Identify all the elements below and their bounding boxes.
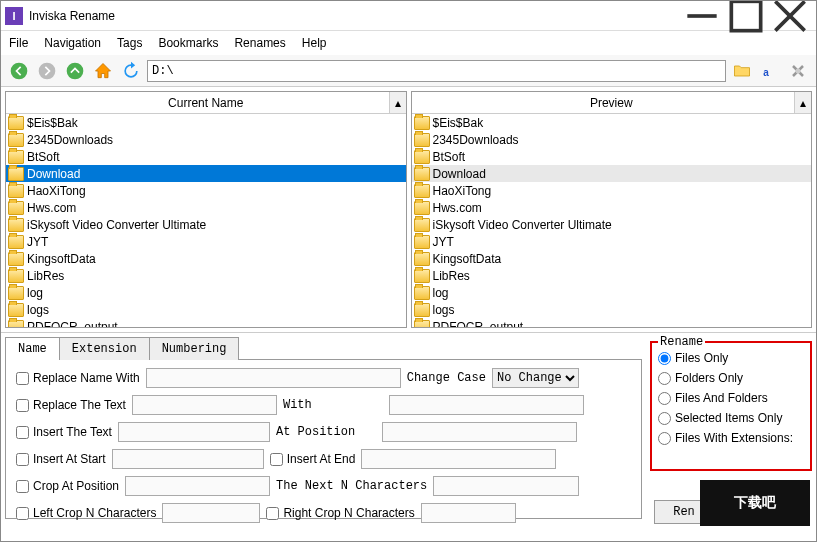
with-input[interactable]	[389, 395, 584, 415]
at-position-input[interactable]	[382, 422, 577, 442]
file-row[interactable]: log	[412, 284, 812, 301]
folder-icon	[414, 184, 430, 198]
file-row[interactable]: KingsoftData	[6, 250, 406, 267]
insert-start-label[interactable]: Insert At Start	[16, 452, 106, 466]
file-name: BtSoft	[433, 150, 466, 164]
file-row[interactable]: PDFOCR_output	[6, 318, 406, 327]
replace-name-check[interactable]	[16, 372, 29, 385]
right-crop-check[interactable]	[266, 507, 279, 520]
replace-text-label[interactable]: Replace The Text	[16, 398, 126, 412]
replace-text-input[interactable]	[132, 395, 277, 415]
file-row[interactable]: Hws.com	[412, 199, 812, 216]
insert-end-check[interactable]	[270, 453, 283, 466]
file-row[interactable]: logs	[6, 301, 406, 318]
current-header-label: Current Name	[168, 96, 243, 110]
up-button[interactable]	[63, 59, 87, 83]
left-crop-label[interactable]: Left Crop N Characters	[16, 506, 156, 520]
right-crop-input[interactable]	[421, 503, 516, 523]
radio-selected-only[interactable]: Selected Items Only	[658, 411, 806, 425]
menu-tags[interactable]: Tags	[117, 36, 142, 50]
replace-text-check[interactable]	[16, 399, 29, 412]
change-case-select[interactable]: No Change	[492, 368, 579, 388]
menu-file[interactable]: File	[9, 36, 28, 50]
open-folder-button[interactable]	[730, 59, 754, 83]
file-name: HaoXiTong	[27, 184, 86, 198]
radio-files-and-folders[interactable]: Files And Folders	[658, 391, 806, 405]
file-name: 2345Downloads	[433, 133, 519, 147]
right-crop-label[interactable]: Right Crop N Characters	[266, 506, 414, 520]
home-button[interactable]	[91, 59, 115, 83]
file-row[interactable]: KingsoftData	[412, 250, 812, 267]
folder-icon	[414, 133, 430, 147]
crop-position-input[interactable]	[125, 476, 270, 496]
folder-icon	[8, 303, 24, 317]
tab-extension[interactable]: Extension	[59, 337, 150, 360]
file-row[interactable]: 2345Downloads	[412, 131, 812, 148]
insert-end-label[interactable]: Insert At End	[270, 452, 356, 466]
file-row[interactable]: LibRes	[412, 267, 812, 284]
minimize-button[interactable]	[680, 1, 724, 31]
menu-help[interactable]: Help	[302, 36, 327, 50]
folder-icon	[8, 235, 24, 249]
left-crop-input[interactable]	[162, 503, 260, 523]
file-row[interactable]: 2345Downloads	[6, 131, 406, 148]
tab-body: Replace Name With Change Case No Change …	[5, 359, 642, 519]
maximize-button[interactable]	[724, 1, 768, 31]
window-title: Inviska Rename	[29, 9, 680, 23]
scroll-up-icon[interactable]: ▴	[389, 92, 406, 113]
settings-button[interactable]	[786, 59, 810, 83]
scroll-up-icon[interactable]: ▴	[794, 92, 811, 113]
radio-files-with-ext[interactable]: Files With Extensions:	[658, 431, 806, 445]
file-row[interactable]: $Eis$Bak	[412, 114, 812, 131]
font-button[interactable]: a	[758, 59, 782, 83]
file-row[interactable]: JYT	[6, 233, 406, 250]
close-button[interactable]	[768, 1, 812, 31]
file-row[interactable]: HaoXiTong	[412, 182, 812, 199]
preview-pane: Preview ▴ $Eis$Bak2345DownloadsBtSoftDow…	[411, 91, 813, 328]
preview-header-label: Preview	[590, 96, 633, 110]
menu-navigation[interactable]: Navigation	[44, 36, 101, 50]
tab-name[interactable]: Name	[5, 337, 60, 360]
radio-folders-only[interactable]: Folders Only	[658, 371, 806, 385]
next-n-input[interactable]	[433, 476, 579, 496]
menu-bookmarks[interactable]: Bookmarks	[158, 36, 218, 50]
tab-numbering[interactable]: Numbering	[149, 337, 240, 360]
file-row[interactable]: log	[6, 284, 406, 301]
titlebar: I Inviska Rename	[1, 1, 816, 31]
left-crop-check[interactable]	[16, 507, 29, 520]
radio-files-only[interactable]: Files Only	[658, 351, 806, 365]
file-row[interactable]: $Eis$Bak	[6, 114, 406, 131]
svg-point-6	[67, 62, 84, 79]
file-row[interactable]: JYT	[412, 233, 812, 250]
file-row[interactable]: iSkysoft Video Converter Ultimate	[412, 216, 812, 233]
file-row[interactable]: Download	[412, 165, 812, 182]
current-file-list[interactable]: $Eis$Bak2345DownloadsBtSoftDownloadHaoXi…	[6, 114, 406, 327]
address-input[interactable]	[147, 60, 726, 82]
replace-name-input[interactable]	[146, 368, 401, 388]
file-row[interactable]: PDFOCR_output	[412, 318, 812, 327]
file-row[interactable]: iSkysoft Video Converter Ultimate	[6, 216, 406, 233]
insert-text-check[interactable]	[16, 426, 29, 439]
file-row[interactable]: logs	[412, 301, 812, 318]
insert-start-check[interactable]	[16, 453, 29, 466]
folder-icon	[414, 116, 430, 130]
back-button[interactable]	[7, 59, 31, 83]
file-row[interactable]: BtSoft	[6, 148, 406, 165]
menu-renames[interactable]: Renames	[234, 36, 285, 50]
insert-text-label[interactable]: Insert The Text	[16, 425, 112, 439]
crop-position-check[interactable]	[16, 480, 29, 493]
crop-position-label[interactable]: Crop At Position	[16, 479, 119, 493]
refresh-button[interactable]	[119, 59, 143, 83]
file-row[interactable]: HaoXiTong	[6, 182, 406, 199]
file-row[interactable]: BtSoft	[412, 148, 812, 165]
file-row[interactable]: Hws.com	[6, 199, 406, 216]
preview-file-list[interactable]: $Eis$Bak2345DownloadsBtSoftDownloadHaoXi…	[412, 114, 812, 327]
forward-button[interactable]	[35, 59, 59, 83]
replace-name-label[interactable]: Replace Name With	[16, 371, 140, 385]
insert-start-input[interactable]	[112, 449, 264, 469]
folder-icon	[414, 286, 430, 300]
insert-end-input[interactable]	[361, 449, 556, 469]
file-row[interactable]: LibRes	[6, 267, 406, 284]
file-row[interactable]: Download	[6, 165, 406, 182]
insert-text-input[interactable]	[118, 422, 270, 442]
